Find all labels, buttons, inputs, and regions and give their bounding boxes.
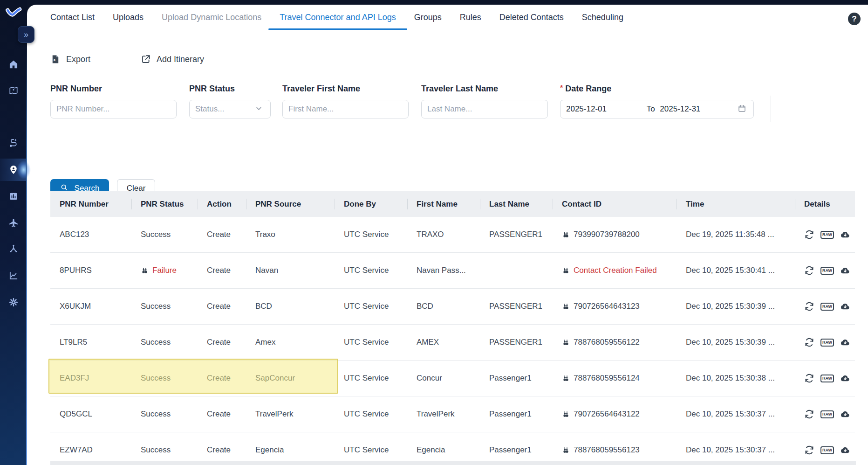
raw-log-button[interactable]: RAW xyxy=(820,410,834,418)
pnr-number-input[interactable] xyxy=(50,100,177,118)
sidebar-expand-button[interactable]: » xyxy=(18,26,34,43)
tab-rules[interactable]: Rules xyxy=(460,5,481,30)
integrations-icon xyxy=(8,244,19,254)
pnr-status-select[interactable]: Status... xyxy=(189,100,271,118)
raw-log-button[interactable]: RAW xyxy=(820,339,834,347)
refresh-icon[interactable] xyxy=(804,445,814,455)
binoculars-icon[interactable] xyxy=(562,267,570,275)
binoculars-icon[interactable] xyxy=(562,303,570,311)
chevron-down-icon xyxy=(254,104,265,114)
cloud-download-icon[interactable] xyxy=(840,229,850,240)
sidebar: » xyxy=(0,0,27,465)
sidebar-item-traveler-locations[interactable] xyxy=(0,159,27,181)
tab-scheduling[interactable]: Scheduling xyxy=(582,5,623,30)
sidebar-item-analytics[interactable] xyxy=(0,264,27,287)
details-cell: RAW xyxy=(795,253,855,289)
details-cell: RAW xyxy=(795,361,855,396)
binoculars-icon[interactable] xyxy=(562,446,570,454)
tab-upload-dynamic-locations[interactable]: Upload Dynamic Locations xyxy=(162,5,261,30)
first-name-input[interactable] xyxy=(282,100,409,118)
last-name-cell: Passenger1 xyxy=(480,396,553,432)
calendar-icon xyxy=(738,104,748,114)
cloud-download-icon[interactable] xyxy=(840,445,850,455)
tab-contact-list[interactable]: Contact List xyxy=(50,5,95,30)
sidebar-item-announcements[interactable] xyxy=(0,106,27,128)
pnr-status-cell: Success xyxy=(131,432,198,465)
sidebar-item-reports[interactable] xyxy=(0,185,27,208)
cloud-download-icon[interactable] xyxy=(840,373,850,383)
pnr-status-cell: Success xyxy=(131,325,198,361)
done-by-cell: UTC Service xyxy=(335,325,407,361)
sidebar-item-flights[interactable] xyxy=(0,212,27,234)
done-by-cell: UTC Service xyxy=(335,289,407,325)
filter-last-name: Traveler Last Name xyxy=(421,84,548,118)
settings-icon xyxy=(8,297,19,307)
pnr-source-cell: Amex xyxy=(246,325,335,361)
cloud-download-icon[interactable] xyxy=(840,409,850,419)
refresh-icon[interactable] xyxy=(804,373,814,383)
pnr-status-cell: Success xyxy=(131,361,198,396)
time-cell: Dec 19, 2025 11:35:48 ... xyxy=(677,217,795,253)
sidebar-item-settings[interactable] xyxy=(0,291,27,313)
pnr-source-cell: Traxo xyxy=(246,217,335,253)
sidebar-item-home[interactable] xyxy=(0,53,27,76)
tab-travel-connector-and-api-logs[interactable]: Travel Connector and API Logs xyxy=(280,5,396,30)
tab-groups[interactable]: Groups xyxy=(414,5,442,30)
raw-log-button[interactable]: RAW xyxy=(820,231,834,239)
binoculars-icon[interactable] xyxy=(141,267,149,275)
filter-pnr-status: PNR Status Status... xyxy=(189,84,271,118)
last-name-cell: Passenger1 xyxy=(480,361,553,396)
sidebar-item-trips[interactable] xyxy=(0,132,27,154)
tab-bar: Contact ListUploadsUpload Dynamic Locati… xyxy=(27,5,835,30)
refresh-icon[interactable] xyxy=(804,409,814,419)
binoculars-icon[interactable] xyxy=(562,375,570,382)
binoculars-icon[interactable] xyxy=(562,231,570,239)
binoculars-icon[interactable] xyxy=(562,339,570,347)
column-header-pnr-number: PNR Number xyxy=(50,191,131,217)
export-button[interactable]: x Export xyxy=(50,54,90,64)
trips-icon xyxy=(8,138,19,148)
pnr-source-cell: Egencia xyxy=(246,432,335,465)
refresh-icon[interactable] xyxy=(804,229,814,240)
table-row: ABC123SuccessCreateTraxoUTC ServiceTRAXO… xyxy=(50,217,855,253)
last-name-input[interactable] xyxy=(421,100,548,118)
action-cell: Create xyxy=(198,325,246,361)
binoculars-icon[interactable] xyxy=(562,410,570,418)
refresh-icon[interactable] xyxy=(804,337,814,347)
time-cell: Dec 10, 2025 15:30:37 ... xyxy=(677,396,795,432)
raw-log-button[interactable]: RAW xyxy=(820,446,834,454)
first-name-cell: BCD xyxy=(407,289,480,325)
time-cell: Dec 10, 2025 15:30:41 ... xyxy=(677,253,795,289)
date-range-label: *Date Range xyxy=(560,84,754,94)
refresh-icon[interactable] xyxy=(804,301,814,312)
first-name-label: Traveler First Name xyxy=(282,84,409,94)
app-logo-icon[interactable] xyxy=(5,5,22,22)
last-name-cell xyxy=(480,253,553,289)
raw-log-button[interactable]: RAW xyxy=(820,267,834,275)
contact-id-cell: 790726564643123 xyxy=(553,289,677,325)
cloud-download-icon[interactable] xyxy=(840,265,850,276)
action-cell: Create xyxy=(198,361,246,396)
pnr-number-cell: X6UKJM xyxy=(50,289,131,325)
cloud-download-icon[interactable] xyxy=(840,301,850,312)
add-itinerary-button[interactable]: Add Itinerary xyxy=(141,54,204,64)
excel-export-icon: x xyxy=(50,54,61,64)
pnr-number-cell: QD5GCL xyxy=(50,396,131,432)
raw-log-button[interactable]: RAW xyxy=(820,375,834,382)
raw-log-button[interactable]: RAW xyxy=(820,303,834,311)
horizontal-scrollbar[interactable] xyxy=(50,461,856,465)
tab-uploads[interactable]: Uploads xyxy=(113,5,144,30)
done-by-cell: UTC Service xyxy=(335,432,407,465)
date-range-picker[interactable]: 2025-12-01 To 2025-12-31 xyxy=(560,100,754,118)
sidebar-item-integrations[interactable] xyxy=(0,238,27,260)
tab-deleted-contacts[interactable]: Deleted Contacts xyxy=(499,5,564,30)
help-button[interactable]: ? xyxy=(848,13,861,25)
logs-table: PNR NumberPNR StatusActionPNR SourceDone… xyxy=(50,191,855,465)
contact-id-cell: 793990739788200 xyxy=(553,217,677,253)
cloud-download-icon[interactable] xyxy=(840,337,850,347)
date-start-value: 2025-12-01 xyxy=(566,104,607,114)
sidebar-item-map-locations[interactable] xyxy=(0,79,27,102)
refresh-icon[interactable] xyxy=(804,265,814,276)
pnr-status-cell: Success xyxy=(131,396,198,432)
column-header-action: Action xyxy=(198,191,246,217)
